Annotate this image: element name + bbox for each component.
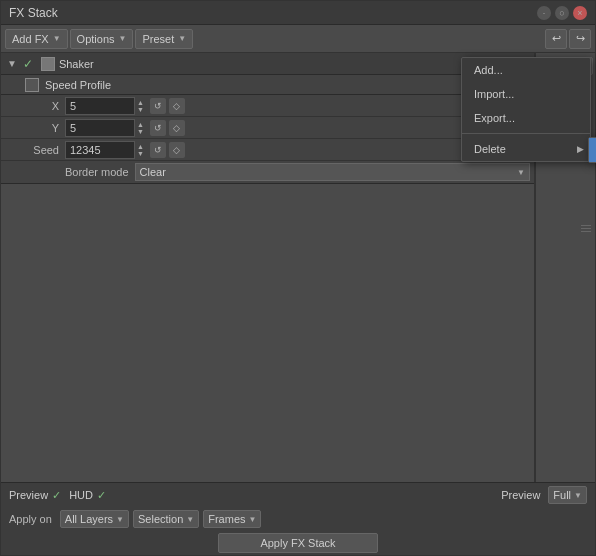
- add-fx-dropdown[interactable]: Add FX ▼: [5, 29, 68, 49]
- seed-up-arrow[interactable]: ▲: [137, 143, 144, 150]
- param-row-y: Y ▲ ▼ ↺ ◇: [1, 117, 534, 139]
- seed-keyframe-icon[interactable]: ◇: [169, 142, 185, 158]
- selection-dropdown[interactable]: Selection ▼: [133, 510, 199, 528]
- param-x-icons: ↺ ◇: [150, 98, 185, 114]
- param-x-arrows[interactable]: ▲ ▼: [137, 99, 144, 113]
- redo-button[interactable]: ↪: [569, 29, 591, 49]
- grip-line-2: [581, 228, 591, 229]
- menu-separator: [462, 133, 590, 134]
- dropdown-menu: Add... Import... Export... Delete ▶ Came…: [461, 57, 591, 162]
- minimize-button[interactable]: ·: [537, 6, 551, 20]
- menu-item-add[interactable]: Add...: [462, 58, 590, 82]
- window-controls: · ○ ×: [537, 6, 587, 20]
- empty-area: [1, 184, 534, 482]
- selection-label: Selection: [138, 513, 183, 525]
- frames-arrow-icon: ▼: [249, 515, 257, 524]
- grip-line-1: [581, 225, 591, 226]
- preview-item: Preview ✓: [9, 489, 61, 502]
- seed-reset-icon[interactable]: ↺: [150, 142, 166, 158]
- fx-color-swatch: [41, 57, 55, 71]
- undo-button[interactable]: ↩: [545, 29, 567, 49]
- param-seed-input[interactable]: [65, 141, 135, 159]
- param-y-input[interactable]: [65, 119, 135, 137]
- params-section: X ▲ ▼ ↺ ◇ Y ▲: [1, 95, 534, 184]
- preset-arrow-icon: ▼: [178, 34, 186, 43]
- full-dropdown[interactable]: Full ▼: [548, 486, 587, 504]
- close-button[interactable]: ×: [573, 6, 587, 20]
- fx-item-shaker-label: Shaker: [59, 58, 514, 70]
- toolbar: Add FX ▼ Options ▼ Preset ▼ ↩ ↪: [1, 25, 595, 53]
- bottom-row-preview: Preview ✓ HUD ✓ Preview Full ▼: [1, 483, 595, 507]
- param-row-x: X ▲ ▼ ↺ ◇: [1, 95, 534, 117]
- preview-check-icon: ✓: [52, 489, 61, 502]
- scroll-grip: [581, 225, 591, 232]
- bottom-row-apply: Apply on All Layers ▼ Selection ▼ Frames…: [1, 507, 595, 531]
- param-y-icons: ↺ ◇: [150, 120, 185, 136]
- fx-panel: ▼ ✓ Shaker ▼ Speed Profile X ▲ ▼: [1, 53, 535, 482]
- y-keyframe-icon[interactable]: ◇: [169, 120, 185, 136]
- add-fx-arrow-icon: ▼: [53, 34, 61, 43]
- fx-item-speed-profile[interactable]: Speed Profile: [1, 75, 534, 95]
- param-x-input[interactable]: [65, 97, 135, 115]
- window-title: FX Stack: [9, 6, 58, 20]
- border-mode-value: Clear: [140, 166, 166, 178]
- x-down-arrow[interactable]: ▼: [137, 106, 144, 113]
- y-up-arrow[interactable]: ▲: [137, 121, 144, 128]
- apply-fx-stack-button[interactable]: Apply FX Stack: [218, 533, 378, 553]
- all-layers-label: All Layers: [65, 513, 113, 525]
- bottom-bar: Preview ✓ HUD ✓ Preview Full ▼ Apply on …: [1, 482, 595, 555]
- y-reset-icon[interactable]: ↺: [150, 120, 166, 136]
- param-y-arrows[interactable]: ▲ ▼: [137, 121, 144, 135]
- apply-on-label: Apply on: [9, 513, 52, 525]
- delete-submenu-arrow-icon: ▶: [577, 144, 584, 154]
- delete-submenu: Camera Shake 1: [588, 137, 596, 163]
- maximize-button[interactable]: ○: [555, 6, 569, 20]
- full-arrow-icon: ▼: [574, 491, 582, 500]
- param-seed-label: Seed: [5, 144, 65, 156]
- title-bar: FX Stack · ○ ×: [1, 1, 595, 25]
- param-seed-arrows[interactable]: ▲ ▼: [137, 143, 144, 157]
- border-dropdown-arrow: ▼: [517, 168, 525, 177]
- preview-label: Preview: [9, 489, 48, 501]
- preset-dropdown[interactable]: Preset ▼: [135, 29, 193, 49]
- preview2-label: Preview: [501, 489, 540, 501]
- all-layers-dropdown[interactable]: All Layers ▼: [60, 510, 129, 528]
- menu-item-import[interactable]: Import...: [462, 82, 590, 106]
- x-reset-icon[interactable]: ↺: [150, 98, 166, 114]
- border-mode-label: Border mode: [5, 166, 129, 178]
- bottom-row-apply-btn: Apply FX Stack: [1, 531, 595, 555]
- grip-line-3: [581, 231, 591, 232]
- fx-item-shaker[interactable]: ▼ ✓ Shaker ▼: [1, 53, 534, 75]
- enabled-check-icon: ✓: [23, 57, 33, 71]
- full-label: Full: [553, 489, 571, 501]
- hud-check-icon: ✓: [97, 489, 106, 502]
- y-down-arrow[interactable]: ▼: [137, 128, 144, 135]
- options-dropdown[interactable]: Options ▼: [70, 29, 134, 49]
- menu-item-delete[interactable]: Delete ▶ Camera Shake 1: [462, 137, 590, 161]
- fx-color-swatch-speed: [25, 78, 39, 92]
- fx-item-speed-label: Speed Profile: [45, 79, 111, 91]
- options-arrow-icon: ▼: [119, 34, 127, 43]
- border-mode-row: Border mode Clear ▼: [1, 161, 534, 183]
- param-y-label: Y: [5, 122, 65, 134]
- param-x-label: X: [5, 100, 65, 112]
- frames-label: Frames: [208, 513, 245, 525]
- border-mode-dropdown[interactable]: Clear ▼: [135, 163, 530, 181]
- frames-dropdown[interactable]: Frames ▼: [203, 510, 261, 528]
- hud-label: HUD: [69, 489, 93, 501]
- x-up-arrow[interactable]: ▲: [137, 99, 144, 106]
- param-seed-icons: ↺ ◇: [150, 142, 185, 158]
- fx-stack-window: FX Stack · ○ × Add FX ▼ Options ▼ Preset…: [0, 0, 596, 556]
- selection-arrow-icon: ▼: [186, 515, 194, 524]
- hud-item: HUD ✓: [69, 489, 106, 502]
- preview2-item: Preview: [501, 489, 540, 501]
- seed-down-arrow[interactable]: ▼: [137, 150, 144, 157]
- menu-item-export[interactable]: Export...: [462, 106, 590, 130]
- collapse-icon: ▼: [7, 58, 17, 69]
- all-layers-arrow-icon: ▼: [116, 515, 124, 524]
- submenu-item-camera-shake[interactable]: Camera Shake 1: [589, 138, 596, 162]
- x-keyframe-icon[interactable]: ◇: [169, 98, 185, 114]
- param-row-seed: Seed ▲ ▼ ↺ ◇: [1, 139, 534, 161]
